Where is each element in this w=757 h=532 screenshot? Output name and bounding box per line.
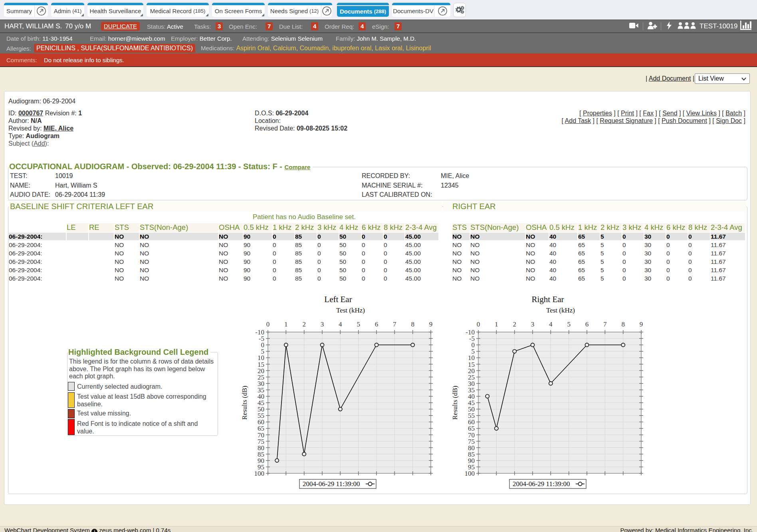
svg-text:6: 6 xyxy=(375,320,378,328)
svg-text:1: 1 xyxy=(284,320,288,328)
svg-text:100: 100 xyxy=(465,470,475,477)
svg-text:Results (dB): Results (dB) xyxy=(451,386,459,419)
svg-text:7: 7 xyxy=(603,320,607,328)
svg-text:0: 0 xyxy=(266,320,270,328)
svg-text:Results (dB): Results (dB) xyxy=(241,386,248,419)
svg-text:8: 8 xyxy=(411,320,414,328)
svg-text:4: 4 xyxy=(549,320,553,328)
svg-text:100: 100 xyxy=(254,470,265,477)
svg-text:7: 7 xyxy=(393,320,396,328)
svg-text:Left Ear: Left Ear xyxy=(324,295,352,304)
svg-text:3: 3 xyxy=(531,320,535,328)
svg-text:2: 2 xyxy=(302,320,306,328)
svg-text:9: 9 xyxy=(640,320,643,328)
svg-text:2: 2 xyxy=(513,320,516,328)
svg-text:Test (kHz): Test (kHz) xyxy=(546,307,575,314)
svg-text:8: 8 xyxy=(621,320,625,328)
svg-text:2004-06-29 11:39:00: 2004-06-29 11:39:00 xyxy=(303,480,360,488)
svg-text:9: 9 xyxy=(429,320,433,328)
svg-text:Test (kHz): Test (kHz) xyxy=(336,307,365,314)
svg-text:6: 6 xyxy=(585,320,589,328)
svg-text:5: 5 xyxy=(567,320,571,328)
svg-text:4: 4 xyxy=(339,320,342,328)
svg-text:3: 3 xyxy=(321,320,324,328)
svg-text:1: 1 xyxy=(495,320,498,328)
svg-text:Right Ear: Right Ear xyxy=(531,295,564,304)
svg-text:0: 0 xyxy=(477,320,480,328)
svg-text:2004-06-29 11:39:00: 2004-06-29 11:39:00 xyxy=(513,480,570,488)
svg-text:5: 5 xyxy=(357,320,360,328)
